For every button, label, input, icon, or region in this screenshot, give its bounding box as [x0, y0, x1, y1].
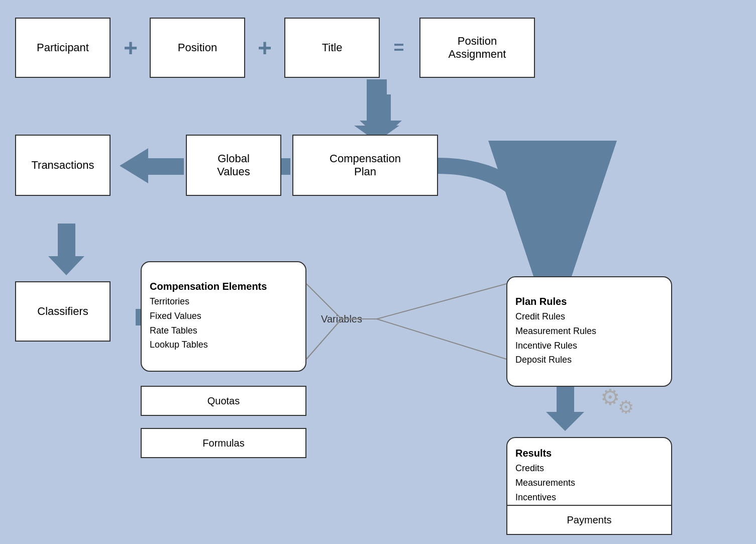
comp-elements-list: Territories Fixed Values Rate Tables Loo…: [150, 294, 297, 352]
svg-marker-8: [354, 79, 399, 142]
svg-marker-11: [48, 224, 84, 275]
position-assignment-box: Position Assignment: [419, 18, 535, 78]
svg-line-18: [377, 319, 506, 359]
formulas-box: Formulas: [141, 428, 306, 458]
classifiers-box: Classifiers: [15, 281, 111, 342]
plus-symbol-1: +: [113, 28, 148, 68]
classifiers-label: Classifiers: [37, 305, 88, 318]
plus-symbol-2: +: [247, 28, 282, 68]
svg-line-17: [377, 284, 506, 319]
plan-rules-item-3: Incentive Rules: [515, 339, 663, 353]
comp-elements-item-3: Rate Tables: [150, 323, 297, 338]
compensation-plan-box: Compensation Plan: [292, 135, 438, 196]
plan-rules-item-4: Deposit Rules: [515, 353, 663, 367]
plan-rules-list: Credit Rules Measurement Rules Incentive…: [515, 309, 663, 367]
plan-rules-item-2: Measurement Rules: [515, 324, 663, 339]
gear-icon-2: ⚙: [618, 397, 634, 418]
results-item-1: Credits: [515, 461, 663, 476]
payments-label: Payments: [567, 514, 612, 526]
title-label: Title: [322, 41, 343, 54]
transactions-label: Transactions: [31, 159, 94, 172]
position-box: Position: [150, 18, 245, 78]
position-label: Position: [178, 41, 217, 54]
participant-label: Participant: [37, 41, 89, 54]
comp-elements-item-1: Territories: [150, 294, 297, 309]
quotas-box: Quotas: [141, 386, 306, 416]
plan-rules-box: Plan Rules Credit Rules Measurement Rule…: [506, 276, 672, 387]
results-title: Results: [515, 448, 663, 459]
global-values-label: Global Values: [217, 152, 250, 178]
transactions-box: Transactions: [15, 135, 111, 196]
svg-marker-10: [120, 148, 184, 183]
compensation-elements-box: Compensation Elements Territories Fixed …: [141, 261, 306, 372]
global-values-box: Global Values: [186, 135, 281, 196]
results-item-2: Measurements: [515, 476, 663, 490]
plan-rules-item-1: Credit Rules: [515, 309, 663, 324]
position-assignment-label: Position Assignment: [449, 35, 506, 61]
gear-icon-1: ⚙: [600, 384, 620, 410]
svg-marker-3: [360, 94, 402, 140]
diagram-container: Participant + Position + Title = Positio…: [0, 0, 756, 544]
comp-elements-item-2: Fixed Values: [150, 309, 297, 323]
quotas-label: Quotas: [207, 395, 240, 407]
formulas-label: Formulas: [202, 438, 244, 449]
participant-box: Participant: [15, 18, 111, 78]
comp-elements-title: Compensation Elements: [150, 281, 297, 292]
payments-box: Payments: [506, 505, 672, 535]
plan-rules-title: Plan Rules: [515, 296, 663, 307]
comp-elements-item-4: Lookup Tables: [150, 338, 297, 352]
equals-symbol: =: [382, 28, 417, 68]
results-item-3: Incentives: [515, 490, 663, 505]
compensation-plan-label: Compensation Plan: [330, 152, 401, 178]
variables-label: Variables: [311, 306, 372, 332]
title-box: Title: [284, 18, 380, 78]
